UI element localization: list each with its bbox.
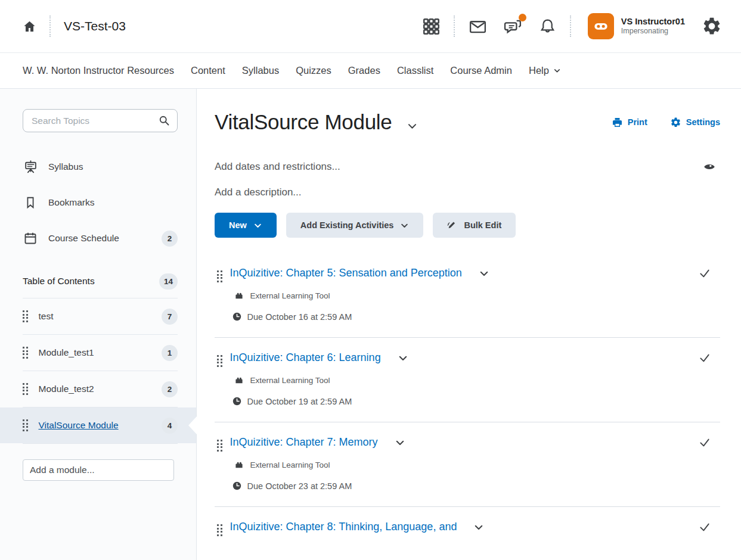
module-items-list: InQuizitive: Chapter 5: Sensation and Pe… — [215, 256, 720, 552]
module-label: Module_test1 — [39, 347, 94, 358]
count-badge: 2 — [162, 231, 178, 247]
nav-item-classlist[interactable]: Classlist — [397, 65, 433, 76]
course-navbar: W. W. Norton Instructor Resources Conten… — [0, 53, 741, 89]
visibility-eye-icon[interactable] — [703, 163, 715, 171]
module-label: test — [39, 311, 54, 322]
activity-link[interactable]: InQuizitive: Chapter 6: Learning — [230, 350, 381, 366]
page-title: VitalSource Module — [215, 108, 392, 136]
sidebar-item-bookmarks[interactable]: Bookmarks — [0, 185, 196, 220]
list-item: InQuizitive: Chapter 5: Sensation and Pe… — [215, 256, 720, 337]
add-module-input[interactable] — [23, 459, 174, 481]
module-label: Module_test2 — [39, 384, 94, 394]
nav-item-resources[interactable]: W. W. Norton Instructor Resources — [23, 65, 174, 76]
add-description[interactable]: Add a description... — [215, 186, 720, 198]
count-badge: 7 — [162, 309, 178, 325]
item-actions-chevron-icon[interactable] — [473, 522, 484, 533]
activity-type: External Learning Tool — [250, 461, 330, 469]
search-icon[interactable] — [158, 114, 170, 127]
chevron-down-icon — [553, 67, 561, 74]
add-existing-label: Add Existing Activities — [300, 220, 394, 230]
list-item: InQuizitive: Chapter 8: Thinking, Langua… — [215, 506, 720, 552]
gear-icon — [670, 117, 681, 128]
drag-handle-icon[interactable] — [23, 347, 28, 359]
activity-type: External Learning Tool — [250, 291, 330, 300]
alerts-bell-icon[interactable] — [538, 17, 557, 36]
calendar-icon — [23, 231, 38, 245]
sidebar-module-vitalsource[interactable]: VitalSource Module 4 — [0, 407, 196, 443]
external-learning-tool-icon — [234, 376, 244, 385]
sidebar-item-course-schedule[interactable]: Course Schedule 2 — [0, 220, 196, 256]
nav-item-help-label: Help — [529, 65, 549, 76]
sidebar-module-test2[interactable]: Module_test2 2 — [0, 371, 196, 407]
title-actions-chevron-icon[interactable] — [407, 120, 418, 132]
count-badge: 4 — [162, 418, 178, 434]
item-actions-chevron-icon[interactable] — [398, 353, 408, 363]
nav-item-quizzes[interactable]: Quizzes — [296, 65, 331, 76]
add-dates-restrictions[interactable]: Add dates and restrictions... — [215, 161, 340, 173]
divider — [49, 15, 51, 37]
list-item: InQuizitive: Chapter 6: Learning Externa… — [215, 337, 720, 422]
print-label: Print — [628, 117, 647, 127]
drag-handle-icon[interactable] — [217, 355, 222, 406]
divider — [454, 15, 455, 37]
due-date: Due October 23 at 2:59 AM — [247, 481, 352, 491]
activity-link[interactable]: InQuizitive: Chapter 8: Thinking, Langua… — [230, 519, 457, 535]
user-status: Impersonating — [621, 27, 685, 36]
search-input[interactable] — [23, 109, 178, 132]
bulk-edit-button[interactable]: Bulk Edit — [433, 213, 516, 238]
completion-check-icon — [699, 352, 711, 364]
drag-handle-icon[interactable] — [23, 419, 28, 431]
nav-item-syllabus[interactable]: Syllabus — [242, 65, 279, 76]
item-actions-chevron-icon[interactable] — [395, 437, 405, 448]
activity-link[interactable]: InQuizitive: Chapter 7: Memory — [230, 434, 378, 450]
item-actions-chevron-icon[interactable] — [479, 268, 489, 279]
chat-icon[interactable] — [503, 17, 523, 36]
admin-gear-icon[interactable] — [702, 16, 722, 36]
nav-item-course-admin[interactable]: Course Admin — [450, 65, 512, 76]
chevron-down-icon — [253, 221, 262, 230]
drag-handle-icon[interactable] — [23, 310, 28, 322]
email-icon[interactable] — [468, 17, 488, 36]
module-label: VitalSource Module — [39, 420, 119, 431]
settings-button[interactable]: Settings — [670, 117, 720, 128]
user-menu: VS Instructor01 Impersonating — [588, 13, 685, 39]
drag-handle-icon[interactable] — [217, 270, 222, 322]
user-name: VS Instructor01 — [621, 16, 685, 27]
impersonation-avatar[interactable] — [588, 13, 614, 39]
sidebar-module-test1[interactable]: Module_test1 1 — [0, 335, 196, 371]
drag-handle-icon[interactable] — [217, 440, 222, 491]
nav-item-help[interactable]: Help — [529, 65, 561, 76]
sidebar-item-label: Syllabus — [48, 161, 83, 172]
due-clock-icon — [232, 396, 242, 406]
drag-handle-icon[interactable] — [23, 383, 28, 395]
due-clock-icon — [232, 312, 242, 322]
sidebar-module-test[interactable]: test 7 — [0, 298, 196, 334]
notification-dot — [519, 14, 526, 21]
content-sidebar: Syllabus Bookmarks Course Schedule 2 Tab… — [0, 89, 197, 560]
print-button[interactable]: Print — [612, 117, 647, 128]
activity-link[interactable]: InQuizitive: Chapter 5: Sensation and Pe… — [230, 265, 462, 281]
nav-item-content[interactable]: Content — [191, 65, 225, 76]
due-date: Due October 19 at 2:59 AM — [247, 397, 352, 406]
drag-handle-icon[interactable] — [217, 524, 222, 536]
completion-check-icon — [699, 437, 711, 449]
divider — [23, 443, 178, 444]
sidebar-item-syllabus[interactable]: Syllabus — [0, 149, 196, 185]
due-clock-icon — [232, 481, 242, 491]
add-existing-activities-button[interactable]: Add Existing Activities — [286, 213, 424, 238]
chevron-down-icon — [400, 221, 409, 230]
syllabus-icon — [23, 160, 38, 175]
nav-item-grades[interactable]: Grades — [348, 65, 380, 76]
toc-label: Table of Contents — [23, 276, 95, 287]
count-badge: 1 — [162, 345, 178, 361]
external-learning-tool-icon — [234, 291, 244, 300]
sidebar-item-label: Course Schedule — [48, 233, 119, 244]
sidebar-item-table-of-contents[interactable]: Table of Contents 14 — [0, 265, 196, 298]
course-code-link[interactable]: VS-Test-03 — [64, 19, 126, 33]
new-button[interactable]: New — [215, 213, 277, 238]
module-content-panel: VitalSource Module Print Settings Add da… — [197, 89, 741, 560]
bookmark-icon — [23, 195, 38, 210]
app-grid-icon[interactable] — [422, 17, 441, 36]
home-icon[interactable] — [23, 20, 36, 33]
due-date: Due October 16 at 2:59 AM — [247, 312, 352, 322]
